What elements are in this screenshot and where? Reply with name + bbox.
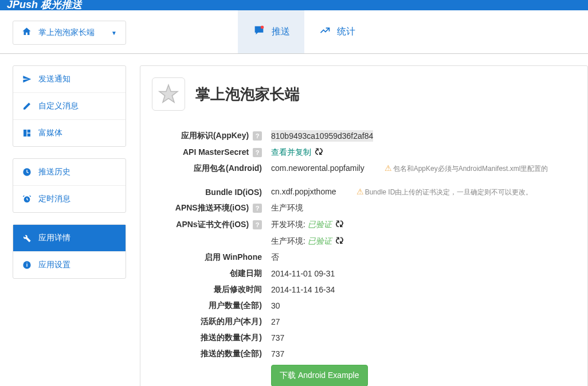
- help-icon[interactable]: ?: [253, 204, 262, 213]
- sidebar: 发送通知 自定义消息 富媒体 推送历史 定时消息: [13, 65, 126, 386]
- label-user-count: 用户数量(全部): [152, 298, 266, 314]
- label-bundleid: Bundle ID(iOS): [152, 177, 266, 200]
- tab-label: 推送: [272, 26, 290, 38]
- value-apns-cert-dev: 开发环境: 已验证🗘: [266, 216, 576, 233]
- refresh-icon[interactable]: 🗘: [335, 219, 344, 229]
- value-appkey: 810b9493ca10959d36f2af84: [271, 130, 373, 142]
- label-winphone: 启用 WinPhone: [152, 249, 266, 266]
- label-appkey: 应用标识(AppKey) ?: [152, 128, 266, 144]
- warning-icon: ⚠: [356, 187, 364, 196]
- refresh-icon[interactable]: 🗘: [315, 147, 323, 157]
- sidebar-item-push-history[interactable]: 推送历史: [13, 159, 126, 186]
- sidebar-item-label: 应用详情: [38, 233, 70, 243]
- header-row: 掌上泡泡家长端 ▼ 推送 统计: [0, 10, 588, 54]
- value-apns-env: 生产环境: [266, 200, 576, 216]
- edit-icon: [21, 102, 33, 111]
- media-icon: [21, 128, 33, 138]
- value-apns-cert-prod: 生产环境: 已验证🗘: [266, 233, 576, 249]
- label-create-date: 创建日期: [152, 266, 266, 282]
- value-winphone: 否: [266, 249, 576, 266]
- home-icon: [22, 26, 32, 39]
- value-modify-date: 2014-11-14 16-34: [266, 282, 576, 298]
- value-push-month: 737: [266, 330, 576, 346]
- page-title: 掌上泡泡家长端: [195, 84, 300, 104]
- label-push-month: 推送的数量(本月): [152, 330, 266, 346]
- svg-rect-1: [23, 130, 26, 137]
- help-icon[interactable]: ?: [253, 131, 262, 141]
- chevron-down-icon: ▼: [111, 30, 117, 36]
- sidebar-group-2: 推送历史 定时消息: [13, 158, 126, 213]
- value-push-all: 737: [266, 346, 576, 362]
- sidebar-item-label: 推送历史: [38, 167, 70, 177]
- value-bundleid: cn.xdf.popjxthome: [271, 187, 336, 196]
- nav-tabs: 推送 统计: [238, 10, 370, 53]
- send-icon: [21, 75, 33, 84]
- refresh-icon[interactable]: 🗘: [335, 236, 344, 245]
- label-push-all: 推送的数量(全部): [152, 346, 266, 362]
- sidebar-item-label: 富媒体: [38, 128, 62, 138]
- alarm-icon: [21, 194, 33, 204]
- warning-bundleid: ⚠Bundle ID由上传的证书决定，一旦确定则不可以更改。: [356, 188, 533, 196]
- brand-text: JPush 极光推送: [7, 0, 82, 11]
- svg-point-0: [261, 26, 264, 29]
- sidebar-item-app-details[interactable]: 应用详情: [13, 225, 126, 252]
- sidebar-item-label: 定时消息: [38, 194, 70, 204]
- label-apns-cert: APNs证书文件(iOS) ?: [152, 216, 266, 233]
- app-selector-label: 掌上泡泡家长端: [38, 28, 111, 38]
- sidebar-item-rich-media[interactable]: 富媒体: [13, 120, 126, 146]
- warning-icon: ⚠: [385, 163, 392, 173]
- sidebar-item-app-settings[interactable]: i 应用设置: [13, 252, 126, 278]
- clock-icon: [21, 167, 33, 177]
- brand-bar: JPush 极光推送: [0, 0, 588, 9]
- sidebar-item-custom-message[interactable]: 自定义消息: [13, 93, 126, 120]
- chart-icon: [319, 25, 331, 39]
- app-selector-dropdown[interactable]: 掌上泡泡家长端 ▼: [13, 21, 126, 45]
- label-active-users: 活跃的用户(本月): [152, 314, 266, 330]
- help-icon[interactable]: ?: [253, 148, 262, 157]
- link-view-copy[interactable]: 查看并复制: [271, 147, 311, 157]
- sidebar-group-1: 发送通知 自定义消息 富媒体: [13, 65, 126, 147]
- label-apns-env: APNS推送环境(iOS) ?: [152, 200, 266, 216]
- value-create-date: 2014-11-01 09-31: [266, 266, 576, 282]
- info-table: 应用标识(AppKey) ? 810b9493ca10959d36f2af84 …: [152, 128, 576, 386]
- sidebar-item-label: 应用设置: [38, 260, 70, 270]
- label-mastersecret: API MasterSecret ?: [152, 144, 266, 161]
- sidebar-item-scheduled-message[interactable]: 定时消息: [13, 186, 126, 212]
- label-modify-date: 最后修改时间: [152, 282, 266, 298]
- sidebar-group-3: 应用详情 i 应用设置: [13, 224, 126, 279]
- wrench-icon: [21, 233, 33, 243]
- tab-stats[interactable]: 统计: [304, 10, 370, 53]
- chat-icon: [252, 24, 266, 40]
- svg-rect-2: [28, 130, 30, 132]
- sidebar-item-send-notification[interactable]: 发送通知: [13, 66, 126, 93]
- tab-push[interactable]: 推送: [238, 10, 304, 53]
- svg-text:i: i: [26, 262, 28, 268]
- title-row: 掌上泡泡家长端: [152, 77, 576, 111]
- help-icon[interactable]: ?: [253, 220, 262, 229]
- value-active-users: 27: [266, 314, 576, 330]
- info-icon: i: [21, 260, 33, 270]
- download-android-example-button[interactable]: 下载 Android Example: [271, 365, 368, 386]
- app-icon-placeholder: [152, 77, 185, 111]
- value-package: com.neworental.popfamily: [271, 163, 364, 173]
- label-quick-setup: 快速集成(Android) ?: [152, 362, 266, 386]
- warning-package: ⚠包名和AppKey必须与AndroidManifest.xml里配置的: [385, 165, 548, 173]
- sidebar-item-label: 发送通知: [38, 74, 70, 84]
- content-panel: 掌上泡泡家长端 应用标识(AppKey) ? 810b9493ca10959d3…: [140, 65, 588, 386]
- tab-label: 统计: [337, 26, 355, 38]
- label-package: 应用包名(Android): [152, 161, 266, 177]
- value-user-count: 30: [266, 298, 576, 314]
- sidebar-item-label: 自定义消息: [38, 101, 79, 111]
- svg-rect-3: [28, 134, 30, 137]
